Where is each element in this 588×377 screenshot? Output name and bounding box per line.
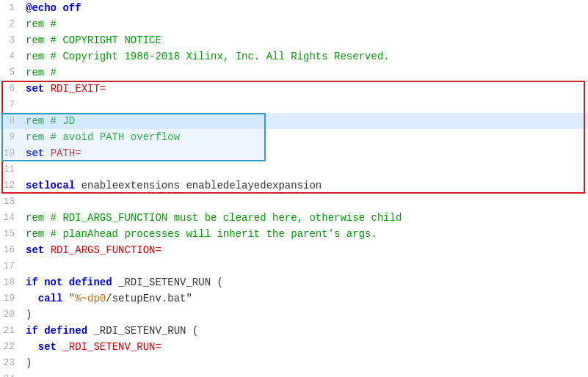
code-line: 4rem # Copyright 1986-2018 Xilinx, Inc. … bbox=[0, 48, 588, 65]
line-number: 8 bbox=[0, 113, 22, 129]
code-line: 5rem # bbox=[0, 65, 588, 81]
token: RDI_EXIT bbox=[51, 83, 100, 95]
line-content: setlocal enableextensions enabledelayede… bbox=[22, 177, 588, 194]
line-number: 10 bbox=[0, 145, 22, 161]
code-line: 19 call "%~dp0/setupEnv.bat" bbox=[0, 290, 588, 307]
line-number: 24 bbox=[0, 371, 22, 377]
token: _RDI_SETENV_RUN ( bbox=[87, 325, 198, 337]
token: rem # bbox=[26, 18, 57, 30]
token: = bbox=[75, 147, 81, 159]
code-line: 6set RDI_EXIT= bbox=[0, 81, 588, 97]
code-line: 20) bbox=[0, 307, 588, 323]
token: rem # Copyright 1986-2018 Xilinx, Inc. A… bbox=[26, 51, 390, 62]
line-number: 6 bbox=[0, 81, 22, 97]
line-content: rem # Copyright 1986-2018 Xilinx, Inc. A… bbox=[22, 48, 588, 65]
token: rem # planAhead processes will inherit t… bbox=[26, 228, 377, 240]
token: = bbox=[155, 341, 161, 353]
token bbox=[62, 277, 68, 288]
token: defined bbox=[69, 277, 112, 288]
code-line: 7 bbox=[0, 97, 588, 113]
line-number: 11 bbox=[0, 161, 22, 177]
line-number: 2 bbox=[0, 16, 22, 32]
token: call bbox=[26, 293, 69, 304]
token: @echo off bbox=[26, 2, 81, 14]
line-content: rem # bbox=[22, 16, 588, 32]
code-line: 18if not defined _RDI_SETENV_RUN ( bbox=[0, 274, 588, 290]
line-content: ) bbox=[22, 355, 588, 371]
line-number: 5 bbox=[0, 65, 22, 81]
line-content: call "%~dp0/setupEnv.bat" bbox=[22, 290, 588, 307]
token: set bbox=[26, 147, 44, 159]
code-line: 13 bbox=[0, 194, 588, 210]
token bbox=[38, 325, 44, 337]
line-content: ) bbox=[22, 307, 588, 323]
token: RDI_ARGS_FUNCTION bbox=[51, 244, 156, 256]
token: not bbox=[44, 277, 62, 288]
token bbox=[38, 277, 44, 288]
line-number: 22 bbox=[0, 339, 22, 355]
token bbox=[44, 147, 50, 159]
line-number: 15 bbox=[0, 226, 22, 242]
line-content: @echo off bbox=[22, 0, 588, 16]
code-line: 9rem # avoid PATH overflow bbox=[0, 129, 588, 145]
line-content: if defined _RDI_SETENV_RUN ( bbox=[22, 323, 588, 339]
token: rem # COPYRIGHT NOTICE bbox=[26, 34, 161, 46]
line-content: if not defined _RDI_SETENV_RUN ( bbox=[22, 274, 588, 290]
line-number: 21 bbox=[0, 323, 22, 339]
line-content: set RDI_ARGS_FUNCTION= bbox=[22, 242, 588, 258]
token: rem # JD bbox=[26, 115, 75, 127]
token: _RDI_SETENV_RUN ( bbox=[112, 277, 223, 288]
token bbox=[44, 83, 50, 95]
code-line: 14rem # RDI_ARGS_FUNCTION must be cleare… bbox=[0, 210, 588, 226]
line-content: rem # planAhead processes will inherit t… bbox=[22, 226, 588, 242]
code-line: 8rem # JD bbox=[0, 113, 588, 129]
token: rem # RDI_ARGS_FUNCTION must be cleared … bbox=[26, 212, 402, 224]
line-content: set RDI_EXIT= bbox=[22, 81, 588, 97]
line-number: 1 bbox=[0, 0, 22, 16]
code-body: 1@echo off2rem #3rem # COPYRIGHT NOTICE4… bbox=[0, 0, 588, 377]
token: ) bbox=[26, 309, 32, 321]
token: = bbox=[100, 83, 106, 95]
code-line: 16set RDI_ARGS_FUNCTION= bbox=[0, 242, 588, 258]
line-content: rem # JD bbox=[22, 113, 588, 129]
token: if bbox=[26, 325, 38, 337]
token: %~dp0 bbox=[75, 293, 106, 304]
token: setlocal bbox=[26, 180, 75, 191]
token bbox=[44, 244, 50, 256]
token: rem # bbox=[26, 67, 57, 78]
code-line: 3rem # COPYRIGHT NOTICE bbox=[0, 32, 588, 48]
token: defined bbox=[44, 325, 87, 337]
line-number: 9 bbox=[0, 129, 22, 145]
line-number: 18 bbox=[0, 274, 22, 290]
token: = bbox=[155, 244, 161, 256]
token: /setupEnv.bat" bbox=[106, 293, 192, 304]
line-number: 23 bbox=[0, 355, 22, 371]
code-editor: 1@echo off2rem #3rem # COPYRIGHT NOTICE4… bbox=[0, 0, 588, 377]
code-line: 1@echo off bbox=[0, 0, 588, 16]
line-content: rem # avoid PATH overflow bbox=[22, 129, 588, 145]
line-number: 20 bbox=[0, 307, 22, 323]
line-number: 17 bbox=[0, 258, 22, 274]
line-number: 13 bbox=[0, 194, 22, 210]
line-number: 19 bbox=[0, 290, 22, 307]
code-line: 11 bbox=[0, 161, 588, 177]
line-number: 16 bbox=[0, 242, 22, 258]
code-line: 10set PATH= bbox=[0, 145, 588, 161]
line-content: set _RDI_SETENV_RUN= bbox=[22, 339, 588, 355]
line-number: 7 bbox=[0, 97, 22, 113]
line-content: rem # RDI_ARGS_FUNCTION must be cleared … bbox=[22, 210, 588, 226]
line-content: set PATH= bbox=[22, 145, 588, 161]
code-line: 21if defined _RDI_SETENV_RUN ( bbox=[0, 323, 588, 339]
token: set bbox=[26, 341, 57, 353]
token: rem # avoid PATH overflow bbox=[26, 131, 180, 143]
token: PATH bbox=[51, 147, 76, 159]
code-line: 17 bbox=[0, 258, 588, 274]
line-number: 3 bbox=[0, 32, 22, 48]
line-number: 4 bbox=[0, 48, 22, 65]
line-number: 12 bbox=[0, 177, 22, 194]
token: ) bbox=[26, 357, 32, 369]
line-content: rem # COPYRIGHT NOTICE bbox=[22, 32, 588, 48]
code-line: 2rem # bbox=[0, 16, 588, 32]
code-line: 24 bbox=[0, 371, 588, 377]
token: set bbox=[26, 83, 44, 95]
